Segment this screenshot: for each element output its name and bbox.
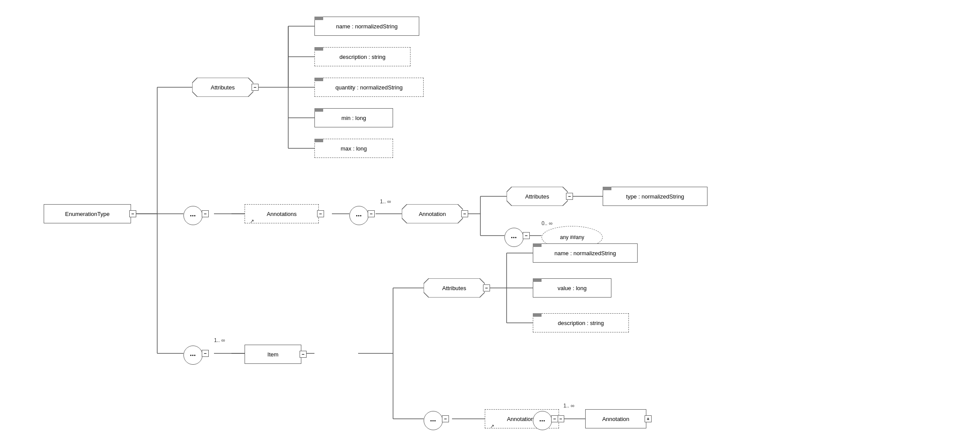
attributes1-octagon: Attributes bbox=[192, 78, 253, 97]
enumeration-type-minus[interactable]: − bbox=[129, 210, 136, 217]
expand-arrow2-icon: ↗ bbox=[490, 423, 494, 429]
enumeration-type-box: EnumerationType bbox=[44, 204, 131, 223]
enumeration-type-label: EnumerationType bbox=[65, 211, 110, 217]
field-name-normalizedstring-1: name : normalizedString bbox=[314, 17, 419, 36]
field-tab-name2 bbox=[533, 243, 542, 247]
annotation1-label: Annotation bbox=[415, 211, 449, 217]
field-min-long-label: min : long bbox=[342, 115, 366, 121]
annotation2-label: Annotation bbox=[602, 416, 629, 422]
annotation1-dots-minus[interactable]: − bbox=[368, 210, 375, 217]
field-value-long-label: value : long bbox=[558, 285, 587, 291]
field-max-long-label: max : long bbox=[341, 145, 367, 152]
annotations1-minus[interactable]: − bbox=[317, 210, 324, 217]
any-dots-minus[interactable]: − bbox=[523, 232, 530, 239]
dots-annotations1: ••• bbox=[183, 206, 203, 225]
field-description-string-1: description : string bbox=[314, 47, 411, 66]
attributes1-minus[interactable]: − bbox=[252, 84, 259, 91]
field-value-long: value : long bbox=[533, 278, 611, 298]
item-minus[interactable]: − bbox=[300, 351, 307, 358]
diagram: EnumerationType − Attributes − name : no… bbox=[0, 0, 980, 445]
field-name-normalizedstring-2: name : normalizedString bbox=[533, 243, 638, 263]
field-tab-2 bbox=[314, 47, 323, 51]
field-description-string-2: description : string bbox=[533, 313, 629, 332]
field-tab-1 bbox=[314, 17, 323, 20]
item-box: Item bbox=[245, 345, 301, 364]
field-name-normalizedstring-2-label: name : normalizedString bbox=[555, 250, 616, 257]
annotations2-dots-minus[interactable]: − bbox=[442, 415, 449, 422]
annotation2-dots-minus[interactable]: − bbox=[551, 415, 558, 422]
field-min-long: min : long bbox=[314, 108, 393, 127]
field-description-string-2-label: description : string bbox=[558, 320, 604, 326]
annotation1-octagon: Annotation bbox=[402, 204, 463, 223]
annotations2-label: Annotations bbox=[507, 416, 537, 422]
field-quantity-normalizedstring: quantity : normalizedString bbox=[314, 78, 424, 97]
dots-annotation2: ••• bbox=[533, 411, 552, 430]
attributes3-octagon: Attributes bbox=[424, 278, 485, 298]
field-tab-5 bbox=[314, 139, 323, 142]
field-description-string-1-label: description : string bbox=[339, 54, 386, 60]
field-tab-desc2 bbox=[533, 313, 542, 317]
attributes3-label: Attributes bbox=[439, 285, 470, 291]
annotation2-plus[interactable]: + bbox=[645, 415, 652, 422]
annotation1-minus[interactable]: − bbox=[461, 210, 468, 217]
connector-lines bbox=[0, 0, 980, 445]
multiplicity-1-inf-3: 1.. ∞ bbox=[563, 403, 574, 409]
item-label: Item bbox=[267, 351, 278, 358]
dots-item: ••• bbox=[183, 346, 203, 365]
attributes2-label: Attributes bbox=[522, 193, 553, 200]
field-quantity-normalizedstring-label: quantity : normalizedString bbox=[335, 84, 403, 91]
dots-any: ••• bbox=[504, 228, 524, 247]
field-name-normalizedstring-1-label: name : normalizedString bbox=[336, 23, 398, 30]
annotations2-minus[interactable]: − bbox=[557, 415, 564, 422]
attributes1-label: Attributes bbox=[207, 84, 238, 91]
expand-arrow-icon: ↗ bbox=[250, 218, 254, 224]
field-tab-type bbox=[603, 187, 611, 190]
dots-annotation1: ••• bbox=[349, 206, 369, 225]
annotations1-dots-minus[interactable]: − bbox=[202, 210, 209, 217]
annotations1-box: Annotations bbox=[245, 204, 319, 223]
field-tab-3 bbox=[314, 78, 323, 81]
annotation2-box: Annotation bbox=[585, 409, 646, 428]
field-max-long: max : long bbox=[314, 139, 393, 158]
any-any-label: any ##any bbox=[560, 234, 584, 240]
multiplicity-1-inf-1: 1.. ∞ bbox=[380, 199, 391, 205]
attributes2-octagon: Attributes bbox=[507, 187, 568, 206]
multiplicity-1-inf-item: 1.. ∞ bbox=[214, 337, 225, 343]
attributes3-minus[interactable]: − bbox=[483, 284, 490, 291]
field-tab-4 bbox=[314, 108, 323, 112]
annotations1-label: Annotations bbox=[267, 211, 297, 217]
multiplicity-0-inf: 0.. ∞ bbox=[542, 220, 552, 226]
dots-annotations2: ••• bbox=[424, 411, 443, 430]
field-tab-value bbox=[533, 278, 542, 282]
field-type-normalizedstring-label: type : normalizedString bbox=[626, 193, 684, 200]
field-type-normalizedstring: type : normalizedString bbox=[603, 187, 707, 206]
item-dots-minus[interactable]: − bbox=[202, 350, 209, 357]
attributes2-minus[interactable]: − bbox=[566, 193, 573, 200]
